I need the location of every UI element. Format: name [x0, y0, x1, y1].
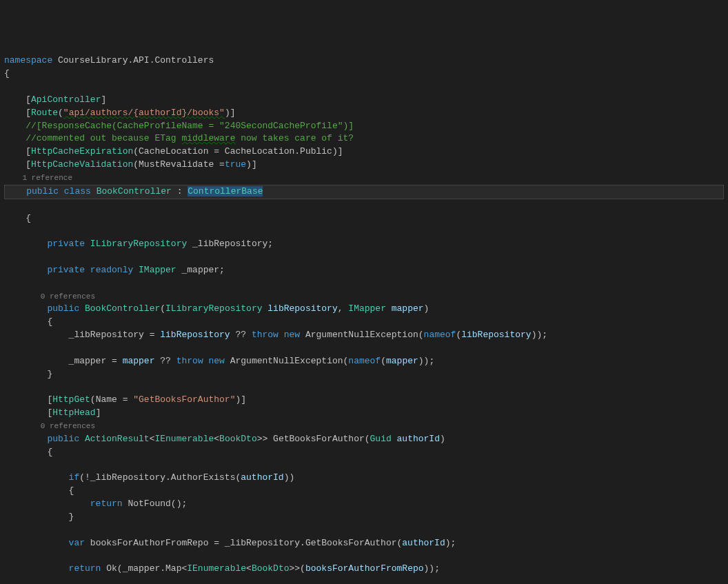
keyword: if: [4, 472, 79, 483]
punct: ]: [101, 94, 106, 105]
param-type: ILibraryRepository: [165, 303, 262, 314]
code-line: {: [4, 213, 31, 223]
code-line: }: [4, 512, 74, 522]
punct: >>(: [290, 563, 305, 574]
punct: ));: [532, 330, 547, 340]
keyword: var: [4, 538, 85, 548]
type: BookDto: [219, 434, 257, 444]
punct: <: [214, 434, 219, 444]
selected-text: ControllerBase: [188, 186, 263, 197]
keyword: true: [225, 159, 246, 170]
identifier: authorId: [241, 472, 283, 483]
punct: ]: [96, 407, 101, 418]
keyword: new: [284, 330, 300, 340]
punct: <: [246, 563, 252, 574]
code: ??: [154, 356, 176, 366]
keyword: public: [4, 434, 79, 444]
punct: ): [440, 434, 445, 444]
attribute: HttpGet: [52, 394, 90, 405]
punct: );: [445, 538, 456, 548]
punct: (Name =: [90, 394, 133, 405]
punct: (: [160, 303, 165, 314]
keyword: private: [4, 239, 85, 249]
punct: [: [4, 94, 31, 105]
punct: [: [4, 108, 31, 118]
string: "GetBooksForAuthor": [133, 394, 235, 405]
punct: (CacheLocation = CacheLocation.Public)]: [133, 146, 343, 157]
code-line: {: [4, 68, 10, 79]
code-line: {: [4, 485, 74, 496]
keyword: nameof: [424, 330, 456, 340]
identifier: mapper: [123, 356, 155, 366]
keyword: public: [4, 303, 79, 314]
param-type: IMapper: [348, 303, 386, 314]
class-name: BookController: [91, 186, 172, 197]
field: _libRepository;: [187, 239, 273, 249]
param-type: Guid: [370, 434, 392, 444]
keyword: throw: [252, 330, 279, 340]
sp: [203, 356, 209, 366]
identifier: authorId: [402, 538, 445, 548]
code: booksForAuthorFromRepo = _libRepository.…: [85, 538, 402, 548]
type: ILibraryRepository: [85, 239, 187, 249]
keyword: public: [5, 186, 59, 197]
comment: now takes care of it?: [235, 133, 354, 143]
constructor-name: BookController: [79, 303, 160, 314]
punct: ));: [424, 563, 440, 574]
keyword: readonly: [85, 265, 133, 275]
punct: ));: [418, 356, 434, 366]
punct: [: [4, 394, 52, 405]
param-name: mapper: [386, 303, 424, 314]
punct: (MustRevalidate =: [133, 159, 225, 170]
string: "api/authors/{authorId}/books": [63, 108, 225, 118]
comment: //[ResponseCache(CacheProfileName = "240…: [4, 121, 354, 131]
identifier: libRepository: [461, 330, 531, 340]
attribute: Route: [31, 108, 58, 118]
keyword: return: [4, 499, 123, 509]
code-line: {: [4, 447, 52, 457]
punct: >>: [257, 434, 268, 444]
keyword: new: [209, 356, 225, 366]
attribute: ApiController: [31, 94, 101, 105]
punct: ): [424, 303, 429, 314]
comment: middleware: [181, 133, 235, 143]
punct: (: [58, 108, 63, 118]
identifier: libRepository: [160, 330, 230, 340]
codelens-references[interactable]: 0 references: [4, 422, 95, 430]
param-name: authorId: [392, 434, 440, 444]
code-editor[interactable]: namespace CourseLibrary.API.Controllers …: [0, 52, 728, 584]
punct: [: [4, 159, 31, 170]
keyword: return: [4, 563, 101, 574]
code: _libRepository =: [4, 330, 160, 340]
current-line[interactable]: public class BookController : Controller…: [4, 185, 724, 199]
field: _mapper;: [176, 265, 225, 275]
attribute: HttpCacheValidation: [31, 159, 133, 170]
codelens-references[interactable]: 0 references: [4, 292, 95, 301]
code: ArgumentNullException: [300, 330, 418, 340]
punct: :: [172, 186, 188, 197]
type: IEnumerable: [187, 563, 246, 574]
code-line: {: [4, 316, 52, 327]
codelens-references[interactable]: 1 reference: [4, 174, 72, 182]
punct: [: [4, 146, 31, 157]
code: (!_libRepository.AuthorExists(: [79, 472, 241, 483]
attribute: HttpHead: [52, 407, 95, 418]
punct: (: [418, 330, 424, 340]
punct: )]: [235, 394, 246, 405]
code: Ok(_mapper.Map<: [101, 563, 187, 574]
keyword: private: [4, 265, 85, 275]
punct: (: [381, 356, 386, 366]
punct: ,: [338, 303, 349, 314]
param-name: libRepository: [263, 303, 338, 314]
keyword: throw: [176, 356, 203, 366]
punct: )): [284, 472, 295, 483]
attribute: HttpCacheExpiration: [31, 146, 133, 157]
code-line: }: [4, 369, 52, 379]
punct: [: [4, 407, 52, 418]
sp: [279, 330, 284, 340]
punct: )]: [225, 108, 236, 118]
keyword: class: [59, 186, 91, 197]
identifier: mapper: [386, 356, 418, 366]
code: NotFound();: [123, 499, 188, 509]
namespace-name: CourseLibrary.API.Controllers: [52, 55, 214, 66]
